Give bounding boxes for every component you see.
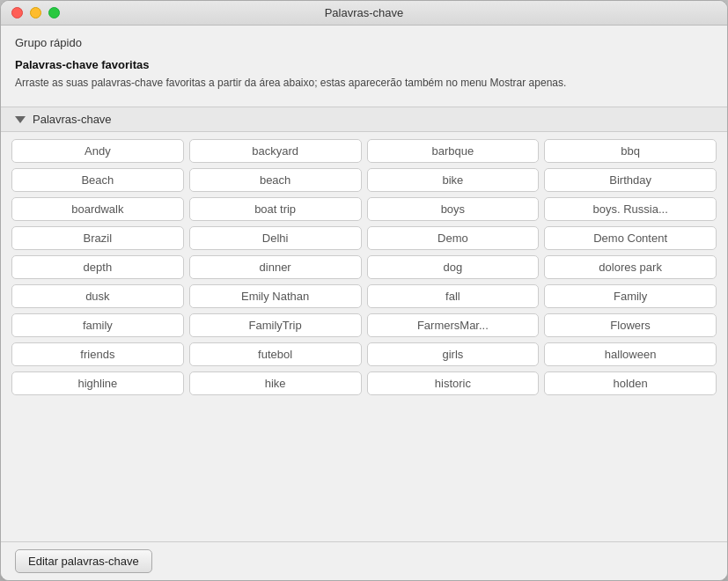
- keyword-tag[interactable]: Andy: [11, 139, 184, 163]
- keyword-tag[interactable]: boat trip: [189, 197, 362, 221]
- keyword-tag[interactable]: boardwalk: [11, 197, 184, 221]
- keyword-tag[interactable]: Delhi: [189, 226, 362, 250]
- keyword-tag[interactable]: girls: [367, 342, 540, 366]
- keywords-grid: AndybackyardbarbquebbqBeachbeachbikeBirt…: [11, 139, 717, 395]
- content-area: Grupo rápido Palavras-chave favoritas Ar…: [1, 26, 727, 580]
- keyword-tag[interactable]: fall: [367, 284, 540, 308]
- keyword-tag[interactable]: dinner: [189, 255, 362, 279]
- keyword-tag[interactable]: family: [11, 313, 184, 337]
- keyword-tag[interactable]: dusk: [11, 284, 184, 308]
- window-controls: [11, 7, 60, 18]
- keywords-grid-container[interactable]: AndybackyardbarbquebbqBeachbeachbikeBirt…: [1, 132, 727, 541]
- keyword-tag[interactable]: Beach: [11, 168, 184, 192]
- keyword-tag[interactable]: Demo Content: [544, 226, 717, 250]
- keyword-tag[interactable]: Brazil: [11, 226, 184, 250]
- keyword-tag[interactable]: highline: [11, 371, 184, 395]
- keyword-tag[interactable]: hike: [189, 371, 362, 395]
- keyword-tag[interactable]: futebol: [189, 342, 362, 366]
- keyword-tag[interactable]: Emily Nathan: [189, 284, 362, 308]
- keyword-tag[interactable]: depth: [11, 255, 184, 279]
- keyword-tag[interactable]: Flowers: [544, 313, 717, 337]
- keyword-tag[interactable]: boys. Russia...: [544, 197, 717, 221]
- keyword-tag[interactable]: Demo: [367, 226, 540, 250]
- keyword-tag[interactable]: beach: [189, 168, 362, 192]
- keyword-tag[interactable]: boys: [367, 197, 540, 221]
- keyword-tag[interactable]: halloween: [544, 342, 717, 366]
- keyword-tag[interactable]: FamilyTrip: [189, 313, 362, 337]
- main-window: Palavras-chave Grupo rápido Palavras-cha…: [0, 0, 728, 581]
- bottom-bar: Editar palavras-chave: [1, 541, 727, 580]
- top-section: Grupo rápido Palavras-chave favoritas Ar…: [1, 26, 727, 98]
- keyword-tag[interactable]: backyard: [189, 139, 362, 163]
- section-header: Palavras-chave: [1, 107, 727, 132]
- edit-keywords-button[interactable]: Editar palavras-chave: [15, 549, 152, 573]
- keyword-tag[interactable]: historic: [367, 371, 540, 395]
- keyword-tag[interactable]: bike: [367, 168, 540, 192]
- keyword-tag[interactable]: barbque: [367, 139, 540, 163]
- favoritas-desc: Arraste as suas palavras-chave favoritas…: [15, 75, 713, 91]
- close-button[interactable]: [11, 7, 23, 18]
- maximize-button[interactable]: [48, 7, 60, 18]
- favoritas-title: Palavras-chave favoritas: [15, 58, 713, 71]
- keyword-tag[interactable]: holden: [544, 371, 717, 395]
- titlebar: Palavras-chave: [1, 1, 727, 26]
- grupo-rapido-label: Grupo rápido: [15, 36, 713, 49]
- triangle-icon: [15, 116, 26, 123]
- window-title: Palavras-chave: [325, 6, 404, 19]
- keyword-tag[interactable]: Birthday: [544, 168, 717, 192]
- keyword-tag[interactable]: dog: [367, 255, 540, 279]
- minimize-button[interactable]: [30, 7, 41, 18]
- keyword-tag[interactable]: FarmersMar...: [367, 313, 540, 337]
- keyword-tag[interactable]: bbq: [544, 139, 717, 163]
- keyword-tag[interactable]: friends: [11, 342, 184, 366]
- section-label: Palavras-chave: [33, 113, 112, 126]
- keyword-tag[interactable]: dolores park: [544, 255, 717, 279]
- keyword-tag[interactable]: Family: [544, 284, 717, 308]
